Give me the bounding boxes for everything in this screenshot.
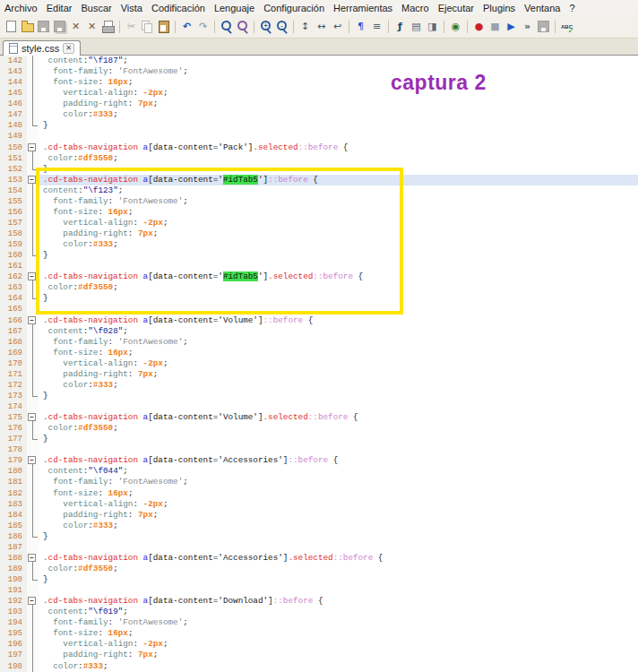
zoom-in-icon[interactable] [258,19,273,34]
print-icon[interactable] [100,19,116,34]
undo-icon[interactable]: ↶ [179,19,194,34]
macro-stop-icon[interactable]: ■ [487,19,503,34]
code-line[interactable]: font-family: 'FontAwesome'; [39,337,638,348]
menu-item-archivo[interactable]: Archivo [0,2,42,14]
code-line[interactable]: } [39,164,638,175]
code-line[interactable]: font-size: 16px; [39,207,638,218]
code-line[interactable]: font-family: 'FontAwesome'; [39,617,638,628]
sync-vertical-icon[interactable]: ↕ [297,19,313,34]
tab-close-icon[interactable]: ✕ [63,43,74,54]
menu-item-help[interactable]: ? [565,2,579,14]
spell-check-icon[interactable]: ABC [559,19,574,34]
paste-icon[interactable] [156,19,171,34]
macro-play-icon[interactable]: ▶ [504,19,519,34]
code-line[interactable]: font-family: 'FontAwesome'; [39,196,638,207]
code-line[interactable]: .cd-tabs-navigation a[data-content='Volu… [39,315,638,326]
code-line[interactable] [39,131,638,142]
menu-item-lenguaje[interactable]: Lenguaje [210,2,259,14]
code-line[interactable]: content:"\f044"; [39,466,638,477]
macro-record-icon[interactable]: ● [471,19,487,34]
code-line[interactable]: .cd-tabs-navigation a[data-content='#idT… [39,271,638,282]
close-all-icon[interactable]: ✕ [84,19,99,34]
code-line[interactable]: vertical-align: -2px; [39,639,638,650]
code-line[interactable]: .cd-tabs-navigation a[data-content='Acce… [39,455,638,466]
fold-toggle-icon[interactable] [27,175,39,185]
code-line[interactable]: } [39,434,638,444]
code-line[interactable]: padding-right: 7px; [39,650,638,660]
code-line[interactable]: } [39,391,638,401]
code-line[interactable]: font-size: 16px; [39,348,638,358]
code-line[interactable]: color:#333; [39,661,638,672]
fold-toggle-icon[interactable] [27,553,39,564]
fold-toggle-icon[interactable] [27,455,39,466]
menu-item-editar[interactable]: Editar [42,2,77,14]
code-line[interactable]: color:#df3550; [39,153,638,164]
monitoring-icon[interactable]: ◉ [448,19,463,34]
code-line[interactable]: color:#df3550; [39,564,638,574]
redo-icon[interactable]: ↷ [195,19,211,34]
code-line[interactable]: vertical-align: -2px; [39,499,638,510]
code-line[interactable] [39,304,638,314]
fold-toggle-icon[interactable] [27,412,39,423]
function-list-icon[interactable]: ƒ [392,19,408,34]
show-all-chars-icon[interactable]: ¶ [353,19,368,34]
save-icon[interactable] [36,19,51,34]
code-line[interactable]: vertical-align: -2px; [39,218,638,228]
menu-item-ejecutar[interactable]: Ejecutar [434,2,478,14]
menu-item-vista[interactable]: Vista [116,2,147,14]
zoom-out-icon[interactable] [274,19,289,34]
open-folder-icon[interactable] [20,19,35,34]
code-line[interactable]: } [39,574,638,585]
menu-item-buscar[interactable]: Buscar [76,2,116,14]
replace-icon[interactable] [235,19,250,34]
code-line[interactable]: padding-right: 7px; [39,510,638,521]
code-line[interactable]: color:#333; [39,521,638,531]
code-line[interactable]: } [39,250,638,261]
code-line[interactable]: vertical-align: -2px; [39,358,638,369]
menu-item-configuracion[interactable]: Configuración [259,2,329,14]
code-line[interactable] [39,261,638,271]
editor[interactable]: 142 content:"\f187";143 font-family: 'Fo… [0,56,638,672]
code-line[interactable]: padding-right: 7px; [39,99,638,109]
code-line[interactable]: .cd-tabs-navigation a[data-content='Acce… [39,553,638,564]
fold-toggle-icon[interactable] [27,596,39,607]
close-icon[interactable]: ✕ [68,19,83,34]
new-file-icon[interactable] [4,19,19,34]
menu-item-ventana[interactable]: Ventana [520,2,565,14]
code-line[interactable]: content:"\f019"; [39,607,638,617]
save-all-icon[interactable] [52,19,67,34]
code-line[interactable]: .cd-tabs-navigation a[data-content='#idT… [39,175,638,185]
doc-map-icon[interactable]: ▤ [409,19,424,34]
code-line[interactable]: font-size: 16px; [39,628,638,639]
fold-toggle-icon[interactable] [27,315,39,326]
macro-save-icon[interactable] [536,19,551,34]
code-line[interactable]: .cd-tabs-navigation a[data-content='Down… [39,596,638,607]
cut-icon[interactable]: ✂ [124,19,139,34]
code-line[interactable]: font-family: 'FontAwesome'; [39,477,638,487]
code-line[interactable]: font-family: 'FontAwesome'; [39,66,638,77]
menu-item-codificacion[interactable]: Codificación [147,2,210,14]
code-line[interactable]: .cd-tabs-navigation a[data-content='Volu… [39,412,638,423]
tab-style-css[interactable]: style.css ✕ [3,40,81,56]
code-line[interactable] [39,585,638,596]
code-line[interactable]: content:"\f028"; [39,326,638,337]
code-line[interactable]: padding-right: 7px; [39,228,638,239]
code-line[interactable]: } [39,120,638,131]
code-line[interactable]: content:"\f123"; [39,185,638,196]
word-wrap-icon[interactable]: ↩ [330,19,345,34]
code-line[interactable]: font-size: 16px; [39,488,638,499]
code-line[interactable]: color:#333; [39,109,638,120]
code-line[interactable]: color:#df3550; [39,423,638,434]
code-line[interactable]: font-size: 16px; [39,77,638,88]
macro-run-multi-icon[interactable]: » [520,19,535,34]
fold-toggle-icon[interactable] [27,271,39,282]
code-line[interactable]: color:#df3550; [39,282,638,293]
code-line[interactable]: } [39,531,638,542]
menu-item-plugins[interactable]: Plugins [478,2,520,14]
find-icon[interactable] [219,19,234,34]
code-line[interactable]: color:#333; [39,380,638,391]
code-line[interactable] [39,401,638,412]
sync-horizontal-icon[interactable]: ↔ [314,19,329,34]
code-line[interactable] [39,542,638,553]
code-line[interactable]: color:#333; [39,239,638,250]
